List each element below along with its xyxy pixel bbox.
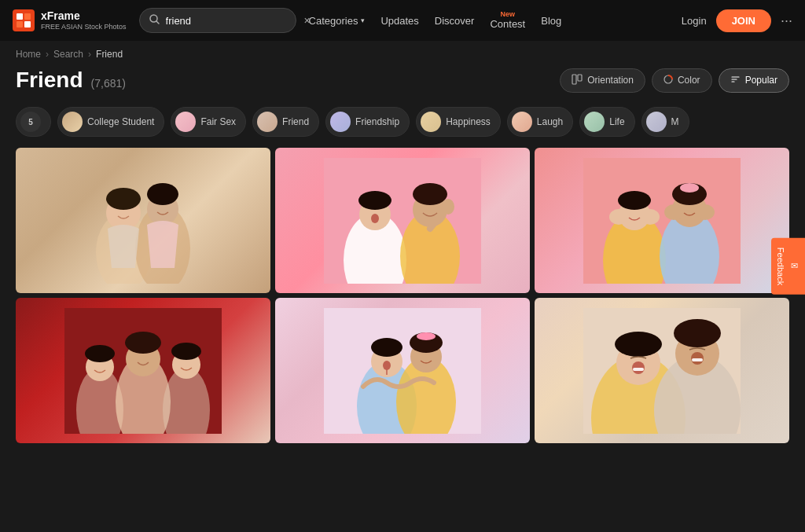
tag-more-label: M [671,116,679,127]
tag-life-thumb [584,112,605,132]
svg-point-39 [680,183,699,193]
page-title-area: Friend (7,681) Orientation Color [0,64,805,101]
svg-point-65 [674,319,721,347]
image-grid [0,143,805,448]
tag-friendship-label: Friendship [355,116,399,127]
tags-row: 5 College Student Fair Sex Friend Friend… [0,101,805,143]
image-card-6[interactable] [535,298,789,443]
svg-point-38 [696,204,715,220]
nav-blog[interactable]: Blog [541,15,561,27]
svg-rect-6 [572,75,576,84]
header: xFrame FREE ASIAN Stock Photos × Categor… [0,0,805,41]
svg-point-27 [442,199,454,215]
breadcrumb: Home › Search › Friend [0,41,805,64]
svg-point-23 [358,191,391,210]
tag-more[interactable]: M [641,107,689,137]
image-1 [16,148,270,293]
svg-point-55 [371,338,402,357]
svg-point-37 [664,204,683,220]
feedback-tab[interactable]: ✉ Feedback [771,237,805,294]
tag-college-student-label: College Student [87,116,154,127]
nav-categories[interactable]: Categories ▾ [309,15,366,27]
tag-college-student[interactable]: College Student [57,107,164,137]
svg-point-58 [383,361,391,370]
svg-point-16 [106,188,141,210]
logo[interactable]: xFrame FREE ASIAN Stock Photos [13,9,127,31]
header-actions: Login JOIN ··· [682,9,792,32]
tag-life[interactable]: Life [579,107,634,137]
tag-life-label: Life [609,116,624,127]
breadcrumb-current: Friend [96,49,123,60]
svg-point-64 [615,332,662,357]
tag-fair-sex-label: Fair Sex [200,116,236,127]
image-card-1[interactable] [16,148,270,293]
logo-subtitle: FREE ASIAN Stock Photos [41,23,127,31]
svg-point-47 [85,345,115,362]
nav-discover[interactable]: Discover [435,15,475,27]
svg-line-5 [156,21,159,24]
search-bar[interactable]: × [139,8,296,33]
svg-point-33 [618,191,651,210]
orientation-filter-button[interactable]: Orientation [560,68,645,93]
color-icon [663,75,673,86]
tag-college-student-thumb [62,112,83,132]
svg-point-57 [417,332,436,340]
breadcrumb-sep1: › [46,49,49,60]
orientation-icon [572,74,583,87]
feedback-label: Feedback [776,247,785,284]
sort-icon [730,74,741,86]
result-count: (7,681) [91,77,126,90]
tag-fair-sex[interactable]: Fair Sex [171,107,246,137]
tag-more-thumb [646,112,667,132]
svg-rect-7 [578,75,582,81]
tag-happiness[interactable]: Happiness [416,107,501,137]
svg-point-49 [171,343,201,360]
tag-count-icon: 5 [20,112,41,132]
tag-friendship-thumb [330,112,351,132]
image-card-2[interactable] [275,148,530,293]
tag-happiness-thumb [421,112,441,132]
breadcrumb-search[interactable]: Search [53,49,83,60]
popular-filter-button[interactable]: Popular [719,68,789,93]
tag-laugh[interactable]: Laugh [507,107,573,137]
feedback-mail-icon: ✉ [790,261,800,271]
image-card-3[interactable] [535,148,789,293]
svg-rect-1 [24,13,31,20]
page-title-left: Friend (7,681) [16,68,126,93]
tag-friendship[interactable]: Friendship [325,107,410,137]
join-button[interactable]: JOIN [716,9,771,32]
svg-point-35 [609,209,628,225]
nav-contest[interactable]: New Contest [490,11,525,30]
svg-point-36 [641,209,660,225]
tag-friend[interactable]: Friend [252,107,319,137]
login-button[interactable]: Login [682,15,707,27]
image-5 [275,298,530,443]
image-card-4[interactable] [16,298,270,443]
search-icon [149,13,160,28]
nav-contest-label: Contest [490,18,525,30]
svg-rect-68 [633,368,644,371]
svg-point-17 [147,183,178,205]
tag-friend-label: Friend [282,116,309,127]
tag-happiness-label: Happiness [446,116,491,127]
image-2 [275,148,530,293]
more-options-button[interactable]: ··· [781,13,792,29]
nav-updates[interactable]: Updates [380,15,418,27]
svg-rect-69 [692,358,703,361]
page-title: Friend [16,68,83,93]
filter-buttons: Orientation Color Popular [560,68,789,93]
tag-fair-sex-thumb [175,112,196,132]
svg-rect-2 [17,21,23,28]
categories-chevron-icon: ▾ [361,17,365,24]
logo-text: xFrame FREE ASIAN Stock Photos [41,9,127,31]
tag-count[interactable]: 5 [16,107,51,137]
breadcrumb-home[interactable]: Home [16,49,41,60]
search-input[interactable] [166,15,298,27]
image-card-5[interactable] [275,298,530,443]
svg-rect-3 [24,21,31,28]
tag-friend-thumb [257,112,278,132]
breadcrumb-sep2: › [88,49,91,60]
logo-title: xFrame [41,9,127,23]
svg-point-48 [125,332,161,354]
color-filter-button[interactable]: Color [652,68,712,93]
